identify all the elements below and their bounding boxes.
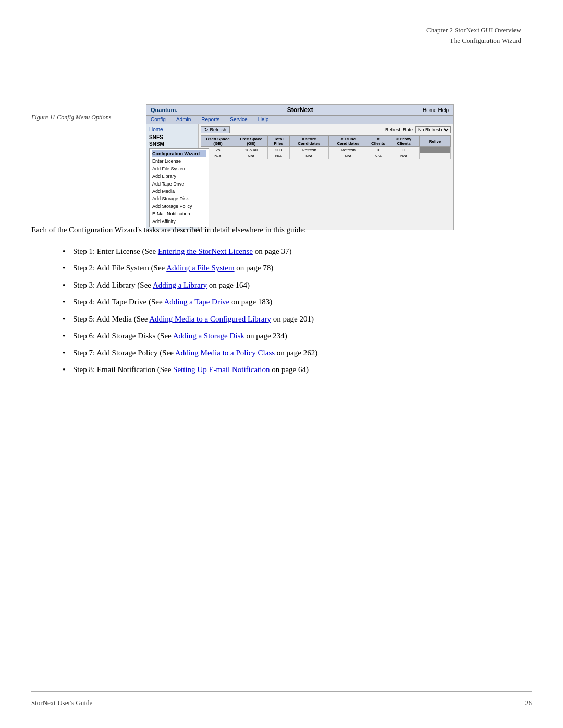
dropdown-item-library[interactable]: Add Library <box>152 172 206 180</box>
step-1-link[interactable]: Entering the StorNext License <box>158 247 253 255</box>
figure-label: Figure 11 Config Menu Options <box>31 114 111 121</box>
step-5-text: Step 5: Add Media (See <box>73 315 149 323</box>
refresh-rate-label: Refresh Rate: No Refresh 30 sec 1 min <box>385 126 451 133</box>
cell-proxy2: N/A <box>388 153 420 159</box>
step-3-after: on page 164) <box>207 281 250 289</box>
cell-files: 208 <box>267 147 289 153</box>
refresh-button[interactable]: ↻ Refresh <box>201 126 230 133</box>
sn-topbar: Quantum. StorNext Home Help <box>146 105 453 116</box>
dropdown-item-storagepolicy[interactable]: Add Storage Policy <box>152 203 206 210</box>
cell-free2: N/A <box>235 153 267 159</box>
dropdown-item-media[interactable]: Add Media <box>152 188 206 195</box>
dropdown-item-license[interactable]: Enter License <box>152 157 206 165</box>
step-7-link[interactable]: Adding Media to a Policy Class <box>175 349 275 357</box>
cell-trunc2: N/A <box>328 153 368 159</box>
col-total-files: Total Files <box>267 136 289 147</box>
step-4-link[interactable]: Adding a Tape Drive <box>164 298 229 306</box>
steps-list: Step 1: Enter License (See Entering the … <box>63 245 532 376</box>
sidebar-home[interactable]: Home <box>149 127 195 132</box>
refresh-bar: ↻ Refresh Refresh Rate: No Refresh 30 se… <box>201 126 451 133</box>
sn-rightpanel: ↻ Refresh Refresh Rate: No Refresh 30 se… <box>199 124 453 230</box>
sidebar-snfs: SNFS <box>149 134 195 140</box>
step-6: Step 6: Add Storage Disks (See Adding a … <box>63 330 532 342</box>
step-6-after: on page 234) <box>244 331 287 340</box>
col-store-cand: # Store Candidates <box>290 136 328 147</box>
cell-files2: N/A <box>267 153 289 159</box>
step-5-link[interactable]: Adding Media to a Configured Library <box>149 315 271 323</box>
step-7: Step 7: Add Storage Policy (See Adding M… <box>63 347 532 359</box>
cell-store2: N/A <box>290 153 328 159</box>
nav-admin[interactable]: Admin <box>176 117 191 122</box>
footer-divider <box>31 691 532 692</box>
step-3-link[interactable]: Adding a Library <box>153 281 207 289</box>
step-5: Step 5: Add Media (See Adding Media to a… <box>63 313 532 325</box>
cell-used: 25 <box>201 147 235 153</box>
dropdown-item-wizard[interactable]: Configuration Wizard <box>152 150 206 157</box>
col-proxy: # Proxy Clients <box>388 136 420 147</box>
sidebar-snsm: SNSM <box>149 141 195 147</box>
sn-title: StorNext <box>287 106 313 114</box>
footer-left: StorNext User's Guide <box>31 699 92 707</box>
nav-help[interactable]: Help <box>258 117 269 122</box>
table-row: N/A N/A N/A N/A N/A N/A N/A <box>201 153 451 159</box>
cell-relive2 <box>420 153 451 159</box>
step-7-after: on page 262) <box>275 349 317 357</box>
step-6-text: Step 6: Add Storage Disks (See <box>73 331 173 340</box>
chapter-title: Chapter 2 StorNext GUI Overview <box>426 25 521 35</box>
step-2-after: on page 78) <box>235 264 274 272</box>
page-footer: StorNext User's Guide 26 <box>31 699 532 707</box>
step-4-text: Step 4: Add Tape Drive (See <box>73 298 164 306</box>
dropdown-item-tapedrive[interactable]: Add Tape Drive <box>152 180 206 188</box>
step-4: Step 4: Add Tape Drive (See Adding a Tap… <box>63 296 532 308</box>
col-trunc-cand: # Trunc Candidates <box>328 136 368 147</box>
nav-config[interactable]: Config <box>151 117 166 122</box>
footer-right: 26 <box>525 699 532 707</box>
step-6-link[interactable]: Adding a Storage Disk <box>173 331 244 340</box>
step-2-text: Step 2: Add File System (See <box>73 264 166 272</box>
step-3-text: Step 3: Add Library (See <box>73 281 153 289</box>
status-table: Used Space (GB) Free Space (GB) Total Fi… <box>201 135 451 159</box>
step-5-after: on page 201) <box>271 315 314 323</box>
step-4-after: on page 183) <box>229 298 272 306</box>
intro-paragraph: Each of the Configuration Wizard's tasks… <box>31 224 532 236</box>
sn-logo: Quantum. <box>151 107 177 113</box>
cell-proxy: 0 <box>388 147 420 153</box>
main-content: Each of the Configuration Wizard's tasks… <box>31 224 532 381</box>
step-2-link[interactable]: Adding a File System <box>166 264 234 272</box>
col-free-space: Free Space (GB) <box>235 136 267 147</box>
step-1-text: Step 1: Enter License (See <box>73 247 158 255</box>
step-7-text: Step 7: Add Storage Policy (See <box>73 349 175 357</box>
cell-used2: N/A <box>201 153 235 159</box>
cell-clients: 0 <box>368 147 388 153</box>
step-3: Step 3: Add Library (See Adding a Librar… <box>63 279 532 291</box>
cell-clients2: N/A <box>368 153 388 159</box>
col-used-space: Used Space (GB) <box>201 136 235 147</box>
table-row: 25 185.40 208 Refresh Refresh 0 0 <box>201 147 451 153</box>
cell-trunc: Refresh <box>328 147 368 153</box>
step-1: Step 1: Enter License (See Entering the … <box>63 245 532 257</box>
step-8-after: on page 64) <box>270 365 309 374</box>
screenshot-container: Quantum. StorNext Home Help Config Admin… <box>146 104 454 230</box>
cell-relive1 <box>420 147 451 153</box>
page-header: Chapter 2 StorNext GUI Overview The Conf… <box>426 25 521 45</box>
nav-service[interactable]: Service <box>230 117 247 122</box>
sn-main: Home SNFS SNSM Configuration Wizard Ente… <box>146 124 453 230</box>
cell-free: 185.40 <box>235 147 267 153</box>
section-title: The Configuration Wizard <box>426 35 521 46</box>
step-1-after: on page 37) <box>253 247 292 255</box>
dropdown-item-filesystem[interactable]: Add File System <box>152 165 206 172</box>
nav-reports[interactable]: Reports <box>201 117 219 122</box>
sn-homehelp: Home Help <box>423 107 449 113</box>
sn-navbar: Config Admin Reports Service Help <box>146 116 453 124</box>
col-relive: Relive <box>420 136 451 147</box>
step-8-text: Step 8: Email Notification (See <box>73 365 173 374</box>
col-clients: # Clients <box>368 136 388 147</box>
refresh-rate-select[interactable]: No Refresh 30 sec 1 min <box>415 126 451 133</box>
step-8: Step 8: Email Notification (See Setting … <box>63 364 532 376</box>
step-2: Step 2: Add File System (See Adding a Fi… <box>63 262 532 274</box>
dropdown-item-storagedisk[interactable]: Add Storage Disk <box>152 195 206 202</box>
dropdown-item-email[interactable]: E-Mail Notification <box>152 210 206 217</box>
step-8-link[interactable]: Setting Up E-mail Notification <box>173 365 270 374</box>
cell-store: Refresh <box>290 147 328 153</box>
sn-sidebar: Home SNFS SNSM Configuration Wizard Ente… <box>146 124 199 230</box>
